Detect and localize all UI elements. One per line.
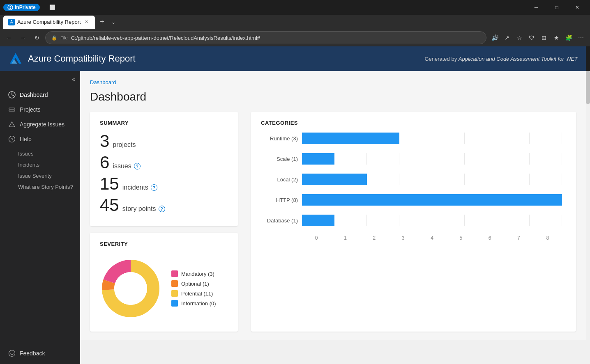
donut-container: Mandatory (3) Optional (1) Potential (11… (100, 254, 228, 323)
sidebar-sub-menu: Issues Incidents Issue Severity What are… (0, 147, 80, 194)
collections-icon[interactable]: ★ (551, 32, 562, 43)
x-label-2: 2 (360, 235, 389, 241)
share-icon[interactable]: ↗ (501, 32, 513, 43)
bar-fill-runtime (302, 133, 399, 144)
bar-fill-database (302, 215, 334, 226)
x-label-5: 5 (447, 235, 475, 241)
projects-label: projects (113, 141, 136, 149)
sidebar-footer: Feedback (0, 346, 80, 361)
triangle-icon (8, 121, 16, 128)
svg-rect-6 (9, 108, 15, 109)
summary-title: SUMMARY (100, 120, 228, 126)
potential-label: Potential (11) (181, 291, 213, 297)
tab-title: Azure Compatibility Report (17, 19, 81, 25)
browser-essentials-icon[interactable]: 🛡 (526, 32, 537, 43)
extensions-icon[interactable]: 🧩 (563, 32, 574, 43)
new-window-button[interactable]: ⬜ (43, 0, 62, 15)
information-color (171, 300, 178, 307)
x-label-4: 4 (417, 235, 446, 241)
bar-row-runtime: Runtime (3) (261, 133, 562, 144)
tab-list-chevron[interactable]: ⌄ (111, 19, 115, 25)
title-bar: InPrivate ⬜ ─ □ ✕ (0, 0, 590, 15)
left-column: SUMMARY 3 projects 6 issues ? (90, 112, 244, 332)
story-points-label: story points ? (122, 205, 165, 213)
story-points-info-icon[interactable]: ? (159, 206, 165, 212)
tab-close-button[interactable]: ✕ (83, 19, 90, 25)
x-label-3: 3 (389, 235, 417, 241)
new-tab-button[interactable]: + (97, 16, 108, 28)
sidebar-item-projects[interactable]: Projects (2, 103, 78, 117)
sidebar-item-story-points[interactable]: What are Story Points? (0, 181, 80, 192)
bar-fill-local (302, 174, 367, 185)
breadcrumb[interactable]: Dashboard (90, 79, 576, 85)
main-content: Dashboard Dashboard SUMMARY 3 projects (80, 71, 586, 364)
forward-button[interactable]: → (17, 32, 29, 43)
bar-fill-scale (302, 153, 334, 165)
app-header: Azure Compatibility Report Generated by … (0, 46, 586, 71)
mandatory-color (171, 270, 178, 277)
incidents-label: incidents ? (122, 184, 157, 191)
layers-icon (8, 106, 16, 113)
scrollbar[interactable] (586, 71, 590, 364)
sidebar-item-issues[interactable]: Issues (0, 148, 80, 159)
address-input[interactable]: 🔒 File C:/github/reliable-web-app-patter… (45, 31, 486, 44)
issues-count: 6 (100, 154, 109, 171)
bar-track-local (302, 174, 562, 185)
tagline-italic: Application and Code Assessment Toolkit … (459, 56, 578, 62)
inprivate-label: InPrivate (15, 5, 36, 10)
issues-info-icon[interactable]: ? (134, 163, 141, 169)
categories-card: CATEGORIES Runtime (3) (251, 112, 576, 332)
bar-label-http: HTTP (8) (261, 197, 298, 203)
story-points-count: 45 (100, 197, 119, 214)
x-label-0: 0 (302, 235, 331, 241)
grid-lines (302, 153, 562, 165)
bar-fill-http (302, 194, 562, 206)
bar-track-http (302, 194, 562, 206)
help-icon: ? (8, 135, 16, 143)
sidebar-item-dashboard[interactable]: Dashboard (2, 88, 78, 102)
minimize-button[interactable]: ─ (527, 0, 546, 15)
legend-potential: Potential (11) (171, 290, 216, 297)
maximize-button[interactable]: □ (547, 0, 566, 15)
svg-point-14 (114, 272, 147, 305)
content-area: Dashboard Dashboard SUMMARY 3 projects (80, 71, 586, 340)
bar-track-runtime (302, 133, 562, 144)
optional-color (171, 280, 178, 287)
read-aloud-icon[interactable]: 🔊 (489, 32, 500, 43)
bar-chart: Runtime (3) (261, 133, 566, 241)
x-label-1: 1 (331, 235, 360, 241)
feedback-icon (8, 350, 16, 357)
summary-card: SUMMARY 3 projects 6 issues ? (90, 112, 238, 226)
tagline-prefix: Generated by (424, 56, 458, 62)
active-tab[interactable]: A Azure Compatibility Report ✕ (3, 16, 95, 29)
split-screen-icon[interactable]: ⊞ (538, 32, 550, 43)
file-label: File (60, 35, 68, 40)
incidents-info-icon[interactable]: ? (151, 184, 157, 191)
issues-stat: 6 issues ? (100, 154, 228, 171)
sidebar: « Dashboard Projects Aggregate Issues ? … (0, 71, 80, 364)
incidents-count: 15 (100, 175, 119, 192)
app: Azure Compatibility Report Generated by … (0, 46, 590, 364)
bar-row-scale: Scale (1) (261, 153, 562, 165)
information-label: Information (0) (181, 300, 216, 307)
close-button[interactable]: ✕ (568, 0, 587, 15)
svg-point-1 (10, 6, 11, 7)
sidebar-item-help[interactable]: ? Help (2, 132, 78, 146)
categories-title: CATEGORIES (261, 120, 566, 126)
scrollbar-thumb[interactable] (586, 71, 590, 104)
feedback-label: Feedback (20, 350, 45, 357)
svg-rect-7 (9, 110, 15, 111)
sidebar-collapse-button[interactable]: « (0, 74, 80, 84)
sidebar-item-issue-severity[interactable]: Issue Severity (0, 170, 80, 181)
settings-icon[interactable]: ⋯ (575, 32, 587, 43)
svg-rect-2 (10, 8, 11, 9)
x-label-7: 7 (504, 235, 533, 241)
back-button[interactable]: ← (3, 32, 15, 43)
refresh-button[interactable]: ↻ (31, 32, 43, 43)
sidebar-item-aggregate-issues[interactable]: Aggregate Issues (2, 117, 78, 131)
sidebar-item-incidents[interactable]: Incidents (0, 159, 80, 170)
projects-label: Projects (20, 106, 41, 113)
favorites-icon[interactable]: ☆ (514, 32, 525, 43)
sidebar-item-feedback[interactable]: Feedback (2, 346, 78, 360)
incidents-stat: 15 incidents ? (100, 175, 228, 192)
